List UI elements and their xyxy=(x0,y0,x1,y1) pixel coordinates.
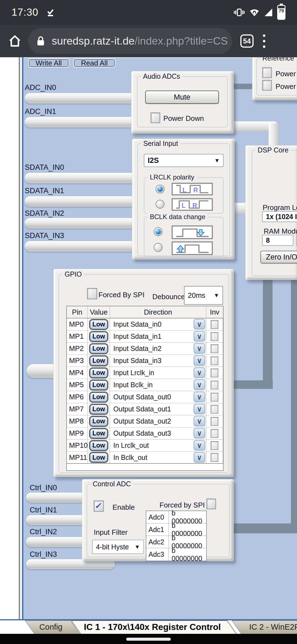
zero-in-out-button[interactable]: Zero In/Ou xyxy=(260,251,297,263)
wire-dsp-down-right xyxy=(291,280,297,533)
gpio-table-header: Pin Value Direction Inv xyxy=(67,306,223,318)
value-toggle-button[interactable]: Low xyxy=(90,429,107,438)
gpio-row-mp2: MP2 Low Input Sdata_in2 ∨ xyxy=(67,343,223,355)
signal-icon xyxy=(264,8,273,17)
sdata-in2-connector xyxy=(25,218,135,228)
inv-checkbox[interactable] xyxy=(211,381,218,389)
bclk-rising-edge-icon xyxy=(172,241,213,255)
lrclk-polarity-radio-1[interactable] xyxy=(156,185,164,193)
direction-dropdown-button[interactable]: ∨ xyxy=(194,355,205,366)
direction-dropdown-button[interactable]: ∨ xyxy=(194,440,205,451)
sdata-in1-connector xyxy=(25,196,135,207)
lrclk-polarity-title: LRCLK polarity xyxy=(148,173,196,181)
pipe-gpio-stub xyxy=(27,364,56,378)
value-toggle-button[interactable]: Low xyxy=(90,453,107,462)
ram-modulo-input[interactable]: 8 xyxy=(262,235,293,246)
value-toggle-button[interactable]: Low xyxy=(90,441,107,450)
url-bar[interactable]: suredsp.ratz-it.de/index.php?title=CS xyxy=(28,28,232,54)
left-border-gap xyxy=(20,57,22,619)
inv-checkbox[interactable] xyxy=(211,320,218,329)
value-toggle-button[interactable]: Low xyxy=(90,381,107,389)
inv-checkbox[interactable] xyxy=(211,369,218,377)
direction-dropdown-button[interactable]: ∨ xyxy=(194,404,205,414)
vibrate-icon xyxy=(234,7,245,18)
direction-dropdown-button[interactable]: ∨ xyxy=(194,343,205,354)
col-inv: Inv xyxy=(206,306,223,318)
ctrl-in3-label: Ctrl_IN3 xyxy=(30,550,57,559)
value-toggle-button[interactable]: Low xyxy=(90,393,107,402)
svg-text:R: R xyxy=(193,187,198,194)
web-page: Write All Read All ADC_IN0 ADC_IN1 SDATA… xyxy=(0,57,297,619)
dsp-core-panel: DSP Core Program Le 1x (1024 In RAM Modu… xyxy=(245,145,297,280)
inv-checkbox[interactable] xyxy=(211,356,218,365)
tab-ic2-wine2prom[interactable]: IC 2 - WinE2Pro xyxy=(232,620,297,634)
url-host: suredsp.ratz-it.de xyxy=(52,35,134,47)
reference-power-checkbox-2[interactable] xyxy=(262,80,272,91)
value-toggle-button[interactable]: Low xyxy=(90,369,107,377)
direction-dropdown-button[interactable]: ∨ xyxy=(194,392,205,402)
direction-dropdown-button[interactable]: ∨ xyxy=(194,452,205,463)
inv-checkbox[interactable] xyxy=(211,332,218,341)
svg-text:R: R xyxy=(193,202,197,209)
dropdown-arrow-icon: ▼ xyxy=(134,544,143,550)
sdata-in0-connector xyxy=(25,173,135,183)
gpio-row-mp8: MP8 Low Output Sdata_out2 ∨ xyxy=(67,415,223,427)
menu-kebab-icon[interactable] xyxy=(263,34,266,48)
enable-label: Enable xyxy=(112,503,135,512)
debounce-label: Debounce xyxy=(152,293,185,301)
direction-dropdown-button[interactable]: ∨ xyxy=(194,380,205,390)
reference-power-checkbox-1[interactable] xyxy=(262,67,272,78)
serial-format-select[interactable]: I2S ▼ xyxy=(144,154,224,167)
inv-checkbox[interactable] xyxy=(211,344,218,353)
direction-dropdown-button[interactable]: ∨ xyxy=(194,367,205,378)
inv-checkbox[interactable] xyxy=(211,453,218,462)
home-icon[interactable] xyxy=(8,34,22,48)
value-toggle-button[interactable]: Low xyxy=(90,320,107,329)
svg-text:L: L xyxy=(182,202,185,209)
write-all-button[interactable]: Write All xyxy=(28,58,69,68)
tab-ic1-register-control[interactable]: IC 1 - 170x\140x Register Control xyxy=(71,620,227,634)
bclk-edge-radio-2[interactable] xyxy=(154,243,163,252)
inv-checkbox[interactable] xyxy=(211,405,218,414)
debounce-select[interactable]: 20ms ▼ xyxy=(184,286,223,305)
inv-checkbox[interactable] xyxy=(211,417,218,426)
value-toggle-button[interactable]: Low xyxy=(90,344,107,353)
adc-in1-connector xyxy=(25,117,135,127)
value-toggle-button[interactable]: Low xyxy=(90,405,107,414)
bclk-falling-edge-icon xyxy=(172,225,213,239)
read-all-button[interactable]: Read All xyxy=(73,58,116,68)
lrclk-polarity-radio-2[interactable] xyxy=(156,200,164,209)
battery-percent: 79 xyxy=(279,8,284,13)
gpio-row-mp11: MP11 Low In Bclk_out ∨ xyxy=(67,452,223,464)
lock-icon xyxy=(36,36,45,47)
inv-checkbox[interactable] xyxy=(211,393,218,402)
direction-dropdown-button[interactable]: ∨ xyxy=(194,416,205,426)
bclk-edge-radio-1[interactable] xyxy=(154,227,163,236)
inv-checkbox[interactable] xyxy=(211,441,218,450)
mute-button[interactable]: Mute xyxy=(145,91,219,104)
value-toggle-button[interactable]: Low xyxy=(90,356,107,365)
direction-dropdown-button[interactable]: ∨ xyxy=(194,428,205,438)
input-filter-select[interactable]: 4-bit Hyste ▼ xyxy=(92,540,144,554)
inv-checkbox[interactable] xyxy=(211,429,218,438)
direction-dropdown-button[interactable]: ∨ xyxy=(194,331,205,342)
enable-checkbox[interactable]: ✓ xyxy=(94,501,104,512)
program-length-select[interactable]: 1x (1024 In xyxy=(262,211,297,222)
gesture-handle[interactable] xyxy=(126,638,171,641)
col-pin: Pin xyxy=(67,306,88,318)
tab-config[interactable]: Config xyxy=(25,620,70,634)
power-down-checkbox[interactable] xyxy=(151,113,160,123)
sdata-in1-label: SDATA_IN1 xyxy=(25,187,64,195)
value-toggle-button[interactable]: Low xyxy=(90,417,107,426)
sdata-in2-label: SDATA_IN2 xyxy=(25,209,64,218)
adc-forced-by-spi-checkbox[interactable] xyxy=(207,499,216,509)
gpio-row-mp0: MP0 Low Input Sdata_in0 ∨ xyxy=(67,318,223,331)
value-toggle-button[interactable]: Low xyxy=(90,332,107,341)
direction-dropdown-button[interactable]: ∨ xyxy=(194,319,205,329)
sdata-in3-label: SDATA_IN3 xyxy=(25,231,64,240)
url-path: /index.php?title=CS xyxy=(134,35,228,47)
gpio-forced-by-spi-checkbox[interactable] xyxy=(87,288,97,299)
gpio-forced-by-spi-label: Forced By SPI xyxy=(98,291,145,299)
adc-forced-by-spi-label: Forced by SPI xyxy=(160,501,205,509)
tab-switcher-button[interactable]: 54 xyxy=(240,34,254,48)
